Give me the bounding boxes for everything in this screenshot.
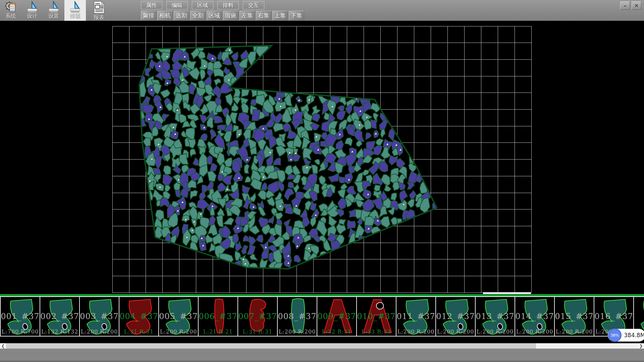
toolbar-button-row2-0[interactable]: 聚排 — [141, 11, 156, 20]
piece-thumbnail-014_#37[interactable]: 014_#37L:200 R:200 — [515, 296, 554, 337]
piece-count-label: L:31 R:31 — [119, 328, 158, 335]
memory-badge: 38% 384.8M — [608, 329, 644, 342]
piece-id-label: 006_#37 — [199, 312, 237, 321]
tab-label: 系统 — [5, 13, 16, 19]
canvas-hscrollbar-thumb[interactable] — [483, 292, 531, 294]
piece-thumbnail-007_#37[interactable]: 007_#37L:31 R:31 — [237, 296, 277, 337]
piece-thumbnail-009_#37[interactable]: 009_#37L:32 R:31 — [317, 296, 356, 337]
piece-id-label: 002_#37 — [40, 312, 79, 321]
piece-thumbnail-001_#37[interactable]: 001_#37L:700 R:700 — [0, 296, 40, 337]
menu-item-row1-0[interactable]: 属性 — [141, 1, 162, 9]
report-doc-icon — [92, 1, 106, 14]
window-bottom-band — [0, 349, 644, 362]
menu-item-row1-4[interactable]: 交互 — [243, 1, 264, 9]
menu-row-2: 聚排相机选割全割区域瑕疵左靠右靠上靠下靠 — [141, 11, 304, 20]
menu-item-row1-1[interactable]: 编辑 — [166, 1, 188, 9]
piece-thumbnail-004_#37[interactable]: 004_#37L:31 R:31 — [119, 296, 158, 337]
piece-id-label: 011_#37 — [396, 312, 435, 321]
piece-id-label: 004_#37 — [119, 312, 158, 321]
scroll-right-button[interactable]: ❯ — [638, 343, 644, 349]
piece-id-label: 016_#37 — [594, 312, 633, 321]
piece-thumbnail-002_#37[interactable]: 002_#37L:132 R:132 — [40, 296, 79, 337]
piece-count-label: L:200 R:200 — [159, 328, 198, 335]
piece-id-label: 005_#37 — [159, 312, 198, 321]
tab-label: 排版 — [70, 13, 80, 19]
tab-design[interactable]: 设计 — [21, 0, 43, 21]
piece-id-label: 012_#37 — [436, 312, 475, 321]
tab-label: 设计 — [27, 13, 38, 19]
scrollbar-track[interactable] — [536, 343, 638, 349]
piece-count-label: L:200 R:200 — [80, 328, 119, 335]
tab-settings[interactable]: 设置 — [43, 0, 64, 21]
toolbar-button-row2-3[interactable]: 全割 — [190, 11, 206, 20]
piece-id-label: 003_#37 — [80, 312, 119, 321]
piece-count-label: L:200 R:200 — [278, 328, 317, 335]
tab-label: 报表 — [94, 14, 104, 21]
tab-nesting[interactable]: 排版 — [64, 0, 86, 21]
piece-count-label: L:200 R:200 — [555, 328, 594, 335]
toolbar-button-row2-6[interactable]: 左靠 — [239, 11, 255, 20]
piece-thumbnail-015_#37[interactable]: 015_#37L:200 R:200 — [554, 296, 594, 337]
tab-system[interactable]: 系统 — [0, 0, 21, 21]
piece-count-label: L:33 R:33 — [357, 328, 396, 335]
tab-label: 设置 — [48, 13, 59, 19]
design-ruler-icon — [26, 1, 38, 13]
piece-thumbnail-005_#37[interactable]: 005_#37L:200 R:200 — [158, 296, 198, 337]
piece-count-label: L:32 R:31 — [317, 328, 356, 335]
tab-report[interactable]: 报表 — [86, 0, 112, 21]
piece-thumbnail-strip: 001_#37L:700 R:700002_#37L:132 R:132003_… — [0, 294, 644, 337]
piece-thumbnail-010_#37[interactable]: 010_#37L:33 R:33 — [356, 296, 396, 337]
app-window: 系统 设计 设置 排版 报表 属性编辑区域排料交互 聚排相机选割全割区域瑕疵左靠… — [0, 0, 644, 362]
toolbar-button-row2-8[interactable]: 上靠 — [272, 11, 288, 20]
piece-thumbnail-006_#37[interactable]: 006_#37L:21 R:21 — [198, 296, 237, 337]
toolbar-button-row2-4[interactable]: 区域 — [207, 11, 222, 20]
piece-id-label: 014_#37 — [515, 312, 554, 321]
toolbar-button-row2-5[interactable]: 瑕疵 — [223, 11, 238, 20]
menu-item-row1-2[interactable]: 区域 — [192, 1, 213, 9]
window-controls: – ✕ — [620, 1, 641, 10]
menus: 属性编辑区域排料交互 聚排相机选割全割区域瑕疵左靠右靠上靠下靠 — [141, 0, 304, 20]
nesting-ruler-icon — [69, 1, 81, 13]
piece-count-label: L:200 R:200 — [436, 328, 475, 335]
memory-size-label: 384.8M — [624, 332, 644, 339]
piece-id-label: 001_#37 — [1, 312, 40, 321]
settings-ruler-icon — [48, 1, 59, 13]
piece-count-label: L:31 R:31 — [238, 328, 277, 335]
piece-thumbnail-003_#37[interactable]: 003_#37L:200 R:200 — [79, 296, 119, 337]
piece-thumbnail-011_#37[interactable]: 011_#37L:200 R:200 — [396, 296, 435, 337]
toolbar-button-row2-9[interactable]: 下靠 — [289, 11, 304, 20]
toolbar-button-row2-7[interactable]: 右靠 — [256, 11, 271, 20]
piece-count-label: L:21 R:21 — [199, 328, 237, 335]
close-button[interactable]: ✕ — [632, 1, 641, 10]
piece-count-label: L:132 R:132 — [40, 328, 79, 335]
menu-item-row1-3[interactable]: 排料 — [217, 1, 239, 9]
ribbon-tabs: 系统 设计 设置 排版 报表 — [0, 0, 112, 21]
scrollbar-thumb[interactable] — [6, 343, 536, 349]
piece-id-label: 009_#37 — [317, 312, 356, 321]
piece-thumbnail-012_#37[interactable]: 012_#37L:200 R:200 — [435, 296, 475, 337]
piece-id-label: 013_#37 — [476, 312, 515, 321]
piece-thumbnail-013_#37[interactable]: 013_#37L:200 R:200 — [475, 296, 515, 337]
piece-count-label: L:200 R:200 — [515, 328, 554, 335]
scroll-left-button[interactable]: ❮ — [0, 343, 6, 349]
piece-count-label: L:200 R:200 — [396, 328, 435, 335]
piece-id-label: 008_#37 — [278, 312, 317, 321]
piece-count-label: L:200 R:200 — [476, 328, 515, 335]
piece-id-label: 010_#37 — [357, 312, 396, 321]
toolbar-button-row2-2[interactable]: 选割 — [174, 11, 189, 20]
memory-percent-indicator: 38% — [608, 328, 622, 342]
thumbnail-list: 001_#37L:700 R:700002_#37L:132 R:132003_… — [0, 296, 644, 337]
piece-thumbnail-008_#37[interactable]: 008_#37L:200 R:200 — [277, 296, 317, 337]
bottom-scrollbar[interactable]: ❮ ❯ — [0, 343, 644, 349]
nesting-canvas[interactable] — [0, 21, 644, 294]
toolbar-button-row2-1[interactable]: 相机 — [157, 11, 173, 20]
toolbar: 系统 设计 设置 排版 报表 属性编辑区域排料交互 聚排相机选割全割区域瑕疵左靠… — [0, 0, 644, 21]
menu-row-1: 属性编辑区域排料交互 — [141, 1, 304, 9]
piece-id-label: 007_#37 — [238, 312, 277, 321]
piece-count-label: L:700 R:700 — [1, 328, 40, 335]
piece-id-label: 015_#37 — [555, 312, 594, 321]
nesting-svg — [0, 21, 644, 294]
minimize-button[interactable]: – — [620, 1, 630, 10]
system-gear-icon — [5, 1, 16, 13]
